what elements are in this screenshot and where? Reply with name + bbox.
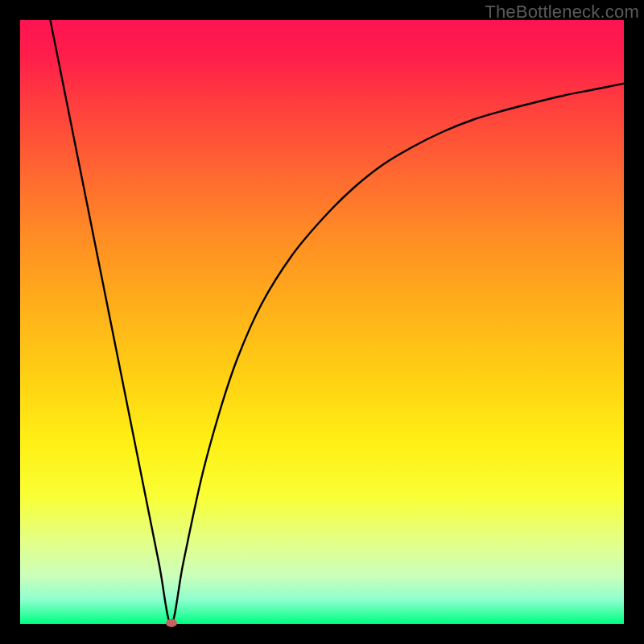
chart-frame: TheBottleneck.com	[0, 0, 644, 644]
bottleneck-curve	[20, 20, 624, 624]
plot-area	[20, 20, 624, 624]
optimum-marker	[166, 619, 177, 627]
watermark-text: TheBottleneck.com	[485, 2, 639, 23]
